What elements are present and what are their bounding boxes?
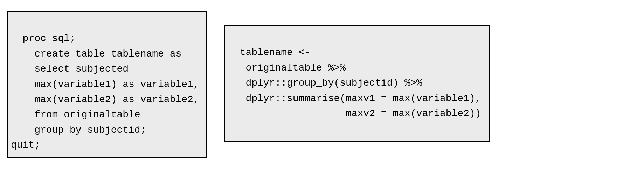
sql-code-text: proc sql; create table tablename as sele… (11, 33, 199, 151)
r-code-block: tablename <- originaltable %>% dplyr::gr… (224, 25, 490, 142)
sql-code-block: proc sql; create table tablename as sele… (7, 11, 207, 158)
r-code-text: tablename <- originaltable %>% dplyr::gr… (228, 47, 481, 119)
